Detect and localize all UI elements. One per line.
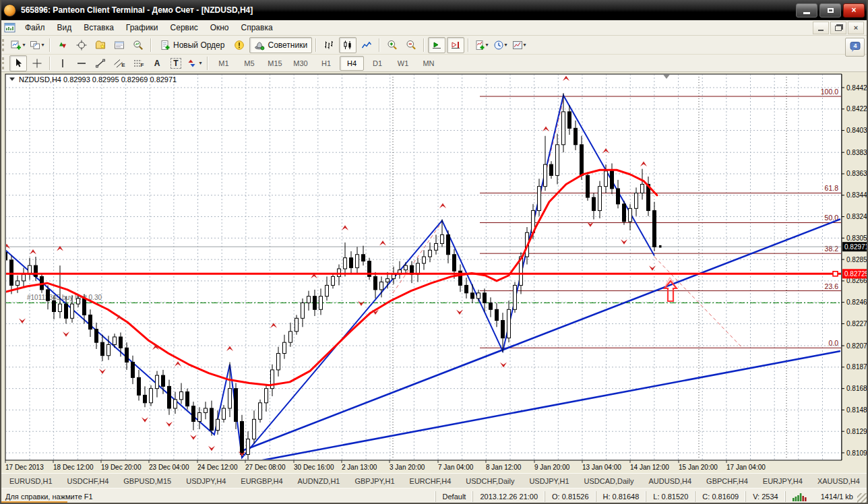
expert-advisors-button[interactable]: Советники <box>249 37 312 53</box>
tab-usdchfdaily[interactable]: USDCHF,Daily <box>458 475 522 488</box>
chart-area[interactable]: 0.023.638.250.061.8100.0#10112345 buy li… <box>0 72 868 473</box>
data-window-button[interactable] <box>73 37 90 53</box>
trendline-icon <box>95 58 106 69</box>
fibonacci-tool-button[interactable]: F <box>129 55 147 71</box>
timeframe-h4[interactable]: H4 <box>340 56 364 71</box>
indicators-button[interactable]: ▾ <box>472 37 490 53</box>
tab-usdchfh4[interactable]: USDCHF,H4 <box>60 475 117 488</box>
tab-eurgbph4[interactable]: EURGBP,H4 <box>233 475 290 488</box>
timeframe-d1[interactable]: D1 <box>365 56 390 71</box>
new-order-button[interactable]: Новый Ордер <box>155 37 229 53</box>
toolbar-grip[interactable] <box>2 57 6 69</box>
cursor-tool-button[interactable] <box>9 55 27 71</box>
tab-eurjpyh4[interactable]: EURJPY,H4 <box>755 475 810 488</box>
strategy-tester-button[interactable] <box>129 37 147 53</box>
menu-item-справка[interactable]: Справка <box>235 21 279 34</box>
arrows-tool-button[interactable]: ▾ <box>186 55 204 71</box>
line-chart-button[interactable] <box>358 37 375 53</box>
bar-chart-button[interactable] <box>320 37 338 53</box>
crosshair-icon <box>32 58 42 69</box>
chart-restore-button[interactable] <box>830 22 846 34</box>
status-bar: Для справки, нажмите F1 Default 2013.12.… <box>0 488 868 504</box>
new-chart-button[interactable]: ▾ <box>9 37 27 53</box>
svg-text:0.81680: 0.81680 <box>846 385 868 392</box>
text-label-tool-button[interactable]: T <box>167 55 185 71</box>
resize-grip[interactable] <box>857 493 867 503</box>
tab-gbpusdm15[interactable]: GBPUSD,M15 <box>116 475 179 488</box>
channel-tool-button[interactable]: E <box>111 55 128 71</box>
menu-item-окно[interactable]: Окно <box>204 21 235 34</box>
status-open: O: 0.81526 <box>545 491 595 502</box>
last-close-dot <box>659 245 662 248</box>
tab-audusdh4[interactable]: AUDUSD,H4 <box>642 475 700 488</box>
zoom-out-button[interactable] <box>402 37 420 53</box>
mdi-minimize-icon <box>818 30 824 31</box>
minimize-icon <box>803 12 810 14</box>
auto-scroll-button[interactable] <box>428 37 445 53</box>
window-maximize-button[interactable] <box>819 3 841 18</box>
price-axis[interactable]: 0.844200.842250.840300.838300.836350.834… <box>842 72 868 473</box>
crosshair-tool-button[interactable] <box>28 55 46 71</box>
chart-close-button[interactable]: × <box>848 22 864 34</box>
toolbar-grip[interactable] <box>2 39 6 51</box>
tab-usdjpyh4[interactable]: USDJPY,H4 <box>179 475 233 488</box>
status-profile[interactable]: Default <box>435 491 473 502</box>
timeframe-w1[interactable]: W1 <box>391 56 415 71</box>
timeframe-m1[interactable]: M1 <box>212 56 236 71</box>
chevron-down-icon: ▾ <box>199 60 202 66</box>
chart-legend[interactable]: NZDUSD,H4 0.82993 0.82995 0.82969 0.8297… <box>9 75 177 84</box>
menu-item-графики[interactable]: Графики <box>120 21 164 34</box>
svg-text:15 Jan 20:00: 15 Jan 20:00 <box>679 464 718 471</box>
price-chart[interactable]: 0.023.638.250.061.8100.0#10112345 buy li… <box>0 72 868 473</box>
svg-text:0.82855: 0.82855 <box>846 256 868 263</box>
timeframe-m5[interactable]: M5 <box>237 56 261 71</box>
trendline-tool-button[interactable] <box>92 55 109 71</box>
profiles-button[interactable]: ▾ <box>28 37 46 53</box>
menu-item-файл[interactable]: Файл <box>19 21 51 34</box>
window-minimize-button[interactable] <box>796 3 817 18</box>
tab-usdcaddaily[interactable]: USDCAD,Daily <box>577 475 642 488</box>
status-candle-time: 2013.12.26 21:00 <box>472 491 545 502</box>
timeframe-h1[interactable]: H1 <box>314 56 338 71</box>
navigator-button[interactable] <box>92 37 109 53</box>
window-close-button[interactable]: × <box>843 3 865 18</box>
menu-item-вставка[interactable]: Вставка <box>78 21 120 34</box>
tab-eurchfh4[interactable]: EURCHF,H4 <box>402 475 459 488</box>
terminal-button[interactable] <box>111 37 128 53</box>
tab-xauusdh4[interactable]: XAUUSD,H4 <box>810 475 867 488</box>
tab-audnzdh1[interactable]: AUDNZD,H1 <box>290 475 348 488</box>
svg-text:23.6: 23.6 <box>825 282 839 290</box>
menu-item-сервис[interactable]: Сервис <box>164 21 204 34</box>
tab-gbpchfh4[interactable]: GBPCHF,H4 <box>699 475 755 488</box>
window-title: 565896: Panteon Client Terminal - Демо С… <box>21 5 794 15</box>
chart-minimize-button[interactable] <box>813 22 829 34</box>
important-button[interactable] <box>230 37 248 53</box>
periods-button[interactable]: ▾ <box>491 37 509 53</box>
candlestick-chart-button[interactable] <box>339 37 356 53</box>
chart-shift-button[interactable] <box>447 37 464 53</box>
menu-item-вид[interactable]: Вид <box>51 21 78 34</box>
chart-shift-icon <box>450 40 461 51</box>
text-label-tool-label: T <box>170 58 181 69</box>
svg-text:100.0: 100.0 <box>821 88 838 96</box>
horizontal-line-tool-button[interactable] <box>73 55 90 71</box>
status-help-text: Для справки, нажмите F1 <box>0 491 435 502</box>
tab-gbpjpyh1[interactable]: GBPJPY,H1 <box>347 475 402 488</box>
crosshair-target-icon <box>76 40 87 51</box>
community-badge-button[interactable]: 4 <box>845 38 865 57</box>
templates-button[interactable]: ▾ <box>510 37 528 53</box>
vertical-line-tool-button[interactable] <box>54 55 71 71</box>
time-axis[interactable]: 17 Dec 201318 Dec 12:0019 Dec 20:0023 De… <box>0 460 868 472</box>
market-watch-button[interactable] <box>54 37 71 53</box>
svg-text:0.0: 0.0 <box>828 339 838 347</box>
text-tool-button[interactable]: A <box>148 55 166 71</box>
toolbar-separator <box>379 38 380 52</box>
timeframe-mn[interactable]: MN <box>416 56 441 71</box>
tab-usdjpyh1[interactable]: USDJPY,H1 <box>522 475 576 488</box>
svg-text:23 Dec 04:00: 23 Dec 04:00 <box>149 464 189 471</box>
menu-items: ФайлВидВставкаГрафикиСервисОкноСправка <box>19 21 279 34</box>
timeframe-m30[interactable]: M30 <box>288 56 313 71</box>
zoom-in-button[interactable] <box>383 37 401 53</box>
tab-eurusdh1[interactable]: EURUSD,H1 <box>2 475 60 488</box>
timeframe-m15[interactable]: M15 <box>263 56 287 71</box>
